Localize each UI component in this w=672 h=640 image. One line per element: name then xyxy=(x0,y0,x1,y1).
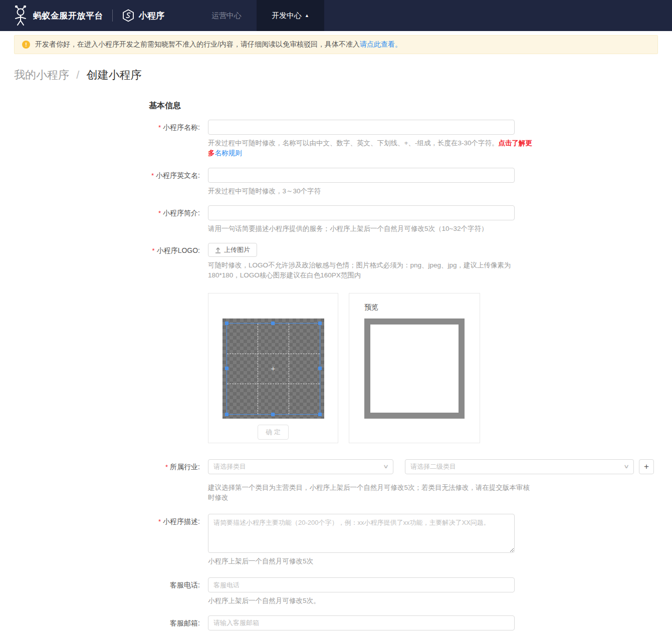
preview-title: 预览 xyxy=(364,303,480,312)
crop-handle-bottom-right[interactable] xyxy=(318,413,322,416)
crop-confirm-button[interactable]: 确 定 xyxy=(258,425,289,440)
nav-item-operations-center[interactable]: 运营中心 xyxy=(196,0,257,31)
upload-icon xyxy=(215,247,221,253)
en-name-label: *小程序英文名: xyxy=(0,168,204,183)
required-mark: * xyxy=(158,518,161,525)
chevron-down-icon: ∨ xyxy=(623,463,629,470)
miniprogram-hexagon-icon xyxy=(122,9,135,22)
ant-mascot-icon xyxy=(13,6,28,26)
industry-label: *所属行业: xyxy=(0,459,204,475)
industry-help: 建议选择第一个类目为主营类目，小程序上架后一个自然月可修改5次；若类目无法修改，… xyxy=(208,483,534,503)
crop-handle-bottom-middle[interactable] xyxy=(271,413,275,416)
field-row-en-name: *小程序英文名: 开发过程中可随时修改，3～30个字符 xyxy=(0,168,672,196)
industry-category-select[interactable]: 请选择类目 ∨ xyxy=(208,459,393,474)
crop-handle-top-left[interactable] xyxy=(225,322,229,325)
warning-banner: ! 开发者你好，在进入小程序开发之前需知晓暂不准入的行业/内容，请仔细阅读以免审… xyxy=(14,35,658,54)
banner-view-link[interactable]: 请点此查看。 xyxy=(360,40,402,48)
required-mark: * xyxy=(165,463,168,471)
add-industry-button[interactable]: + xyxy=(639,459,654,474)
email-input[interactable] xyxy=(208,615,515,630)
required-mark: * xyxy=(158,209,161,217)
logo-editor: + 确 定 预览 xyxy=(208,293,534,443)
crop-guide-line xyxy=(289,324,289,414)
email-label: 客服邮箱: xyxy=(0,615,204,630)
crop-panel: + 确 定 xyxy=(208,293,338,443)
crop-selection[interactable]: + xyxy=(227,323,320,415)
crop-handle-top-middle[interactable] xyxy=(271,322,275,325)
phone-label: 客服电话: xyxy=(0,577,204,592)
crop-canvas[interactable]: + xyxy=(222,318,324,419)
chevron-down-icon: ∨ xyxy=(383,463,389,470)
required-mark: * xyxy=(158,124,161,131)
description-label: *小程序描述: xyxy=(0,514,204,529)
field-row-description: *小程序描述: 小程序上架后一个自然月可修改5次 xyxy=(0,514,672,566)
crop-handle-bottom-left[interactable] xyxy=(225,413,229,416)
description-textarea[interactable] xyxy=(208,514,515,553)
field-row-intro: *小程序简介: 请用一句话简要描述小程序提供的服务；小程序上架后一个自然月可修改… xyxy=(0,205,672,234)
logo-help: 可随时修改，LOGO不允许涉及政治敏感与色情；图片格式必须为：png、jpeg、… xyxy=(208,260,534,281)
crop-handle-top-right[interactable] xyxy=(318,322,322,325)
en-name-input[interactable] xyxy=(208,168,515,183)
crop-guide-line xyxy=(227,354,320,354)
brand-divider xyxy=(112,10,113,22)
field-row-industry: *所属行业: 请选择类目 ∨ 请选择二级类目 ∨ + 建议选择第一个类目为主营类… xyxy=(0,459,672,503)
required-mark: * xyxy=(152,247,155,254)
upload-image-button[interactable]: 上传图片 xyxy=(208,243,257,257)
name-label: *小程序名称: xyxy=(0,120,204,135)
field-row-logo: *小程序LOGO: 上传图片 可随时修改，LOGO不允许涉及政治敏感与色情；图片… xyxy=(0,243,672,459)
intro-input[interactable] xyxy=(208,205,515,220)
breadcrumb-separator: / xyxy=(76,69,79,81)
page-title: 创建小程序 xyxy=(86,69,141,81)
breadcrumb-my-miniprograms[interactable]: 我的小程序 xyxy=(14,69,69,81)
crop-guide-line xyxy=(227,384,320,384)
banner-text: 开发者你好，在进入小程序开发之前需知晓暂不准入的行业/内容，请仔细阅读以免审核驳… xyxy=(35,40,402,49)
field-row-email: 客服邮箱: xyxy=(0,615,672,630)
breadcrumb: 我的小程序 / 创建小程序 xyxy=(14,68,658,83)
name-help: 开发过程中可随时修改，名称可以由中文、数字、英文、下划线、+、-组成，长度在3-… xyxy=(208,138,534,159)
logo-preview-box xyxy=(364,318,465,419)
crosshair-icon: + xyxy=(271,364,276,373)
description-help: 小程序上架后一个自然月可修改5次 xyxy=(208,556,515,566)
brand-title: 蚂蚁金服开放平台 xyxy=(33,10,103,22)
intro-help: 请用一句话简要描述小程序提供的服务；小程序上架后一个自然月可修改5次（10~32… xyxy=(208,224,515,234)
section-title-basic-info: 基本信息 xyxy=(149,101,672,109)
industry-subcategory-select[interactable]: 请选择二级类目 ∨ xyxy=(405,459,634,474)
name-rules-link[interactable]: 名称规则 xyxy=(215,149,242,157)
name-input[interactable] xyxy=(208,120,515,135)
brand-area[interactable]: 蚂蚁金服开放平台 xyxy=(13,0,103,31)
nav-item-dev-center[interactable]: 开发中心 ▲ xyxy=(257,0,324,31)
crop-guide-line xyxy=(258,324,258,414)
en-name-help: 开发过程中可随时修改，3～30个字符 xyxy=(208,186,515,196)
caret-up-icon: ▲ xyxy=(305,13,309,18)
crop-handle-middle-left[interactable] xyxy=(225,367,229,370)
required-mark: * xyxy=(151,172,154,179)
top-navbar: 蚂蚁金服开放平台 小程序 运营中心 开发中心 ▲ xyxy=(0,0,672,31)
warning-icon: ! xyxy=(22,41,30,49)
field-row-phone: 客服电话: 小程序上架后一个自然月可修改5次。 xyxy=(0,577,672,606)
product-area[interactable]: 小程序 xyxy=(122,0,164,31)
product-title: 小程序 xyxy=(139,10,164,22)
logo-label: *小程序LOGO: xyxy=(0,243,204,258)
phone-help: 小程序上架后一个自然月可修改5次。 xyxy=(208,596,515,606)
field-row-name: *小程序名称: 开发过程中可随时修改，名称可以由中文、数字、英文、下划线、+、-… xyxy=(0,120,672,159)
preview-panel: 预览 xyxy=(349,293,480,443)
phone-input[interactable] xyxy=(208,577,515,592)
crop-handle-middle-right[interactable] xyxy=(318,367,322,370)
nav-menu: 运营中心 开发中心 ▲ xyxy=(196,0,324,31)
intro-label: *小程序简介: xyxy=(0,205,204,221)
